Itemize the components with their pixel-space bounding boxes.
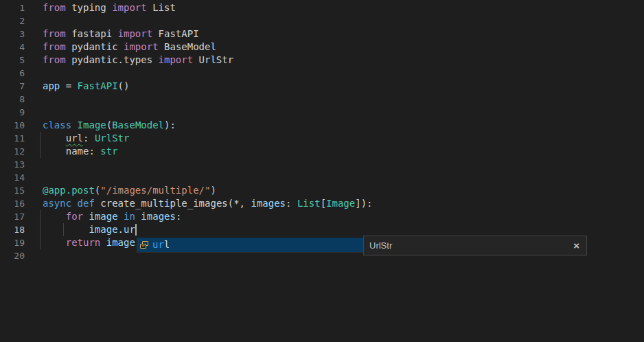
suggest-item-url[interactable]: url (137, 238, 363, 253)
code-line[interactable]: for image in images: (25, 210, 181, 223)
indent-guide (40, 132, 41, 145)
line-number: 17 (0, 210, 25, 223)
code-line-row: 1from typing import List (0, 1, 644, 14)
line-number: 11 (0, 132, 25, 145)
code-line-row: 2 (0, 14, 644, 27)
code-line-row: 15@app.post("/images/multiple/") (0, 184, 644, 197)
line-number: 19 (0, 236, 25, 249)
line-number: 1 (0, 1, 25, 14)
code-line-row: 12 name: str (0, 145, 644, 158)
line-number: 20 (0, 249, 25, 262)
code-line[interactable] (25, 171, 43, 184)
code-line[interactable]: @app.post("/images/multiple/") (25, 184, 216, 197)
line-number: 18 (0, 223, 25, 236)
line-number: 3 (0, 27, 25, 41)
code-editor[interactable]: 1from typing import List23from fastapi i… (0, 0, 644, 342)
code-line[interactable]: app = FastAPI() (25, 80, 129, 93)
line-number: 12 (0, 145, 25, 158)
line-number: 10 (0, 119, 25, 132)
line-number: 7 (0, 80, 25, 93)
code-line-row: 9 (0, 106, 644, 119)
line-number: 6 (0, 67, 25, 80)
suggest-item-label: url (152, 238, 170, 251)
suggest-detail-text: UrlStr (369, 239, 392, 252)
code-line[interactable]: name: str (25, 145, 118, 158)
code-line-row: 7app = FastAPI() (0, 80, 644, 93)
code-line[interactable] (25, 67, 43, 80)
code-line-row: 14 (0, 171, 644, 184)
code-line-row: 4from pydantic import BaseModel (0, 41, 644, 54)
text-cursor (135, 224, 137, 236)
code-line[interactable]: async def create_multiple_images(*, imag… (25, 197, 373, 210)
code-line-row: 16async def create_multiple_images(*, im… (0, 197, 644, 210)
line-number: 2 (0, 14, 25, 27)
code-line-row: 5from pydantic.types import UrlStr (0, 54, 644, 67)
code-line[interactable] (25, 249, 43, 262)
code-line-row: 13 (0, 158, 644, 171)
line-number: 15 (0, 184, 25, 197)
code-line[interactable]: from typing import List (25, 1, 176, 14)
line-number: 16 (0, 197, 25, 210)
code-line[interactable]: from fastapi import FastAPI (25, 27, 199, 41)
code-line-row: 11 url: UrlStr (0, 132, 644, 145)
indent-guide (40, 236, 41, 249)
code-line-row: 3from fastapi import FastAPI (0, 27, 644, 41)
code-line-row: 10class Image(BaseModel): (0, 119, 644, 132)
line-number: 13 (0, 158, 25, 171)
line-number: 4 (0, 41, 25, 54)
code-line-row: 17 for image in images: (0, 210, 644, 223)
code-line[interactable]: from pydantic import BaseModel (25, 41, 216, 54)
line-number: 8 (0, 93, 25, 106)
code-line[interactable] (25, 106, 43, 119)
code-line[interactable]: from pydantic.types import UrlStr (25, 54, 233, 67)
suggest-detail-pane: UrlStr × (363, 236, 587, 255)
code-line[interactable] (25, 93, 43, 106)
indent-guide (40, 210, 41, 223)
code-line[interactable] (25, 158, 43, 171)
indent-guide (63, 223, 64, 236)
code-line[interactable]: class Image(BaseModel): (25, 119, 176, 132)
code-line-row: 8 (0, 93, 644, 106)
code-line-row: 6 (0, 67, 644, 80)
indent-guide (40, 145, 41, 158)
code-line[interactable]: image.ur (25, 223, 135, 236)
code-area: 1from typing import List23from fastapi i… (0, 1, 644, 262)
code-line[interactable] (25, 14, 43, 27)
code-line-row: 18 image.ur (0, 223, 644, 236)
line-number: 5 (0, 54, 25, 67)
close-icon[interactable]: × (573, 240, 579, 251)
indent-guide (40, 223, 41, 236)
line-number: 14 (0, 171, 25, 184)
code-line[interactable]: return image (25, 236, 135, 249)
field-icon (139, 240, 150, 251)
line-number: 9 (0, 106, 25, 119)
